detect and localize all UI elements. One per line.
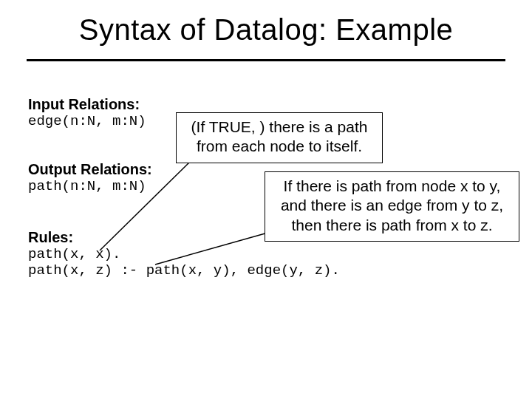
input-relations-block: Input Relations: edge(n:N, m:N) (28, 96, 146, 129)
slide-title: Syntax of Datalog: Example (0, 13, 532, 47)
slide: Syntax of Datalog: Example Input Relatio… (0, 0, 532, 399)
output-heading: Output Relations: (28, 161, 152, 178)
callout-transitive: If there is path from node x to y, and t… (265, 171, 519, 242)
input-code: edge(n:N, m:N) (28, 113, 146, 129)
output-relations-block: Output Relations: path(n:N, m:N) (28, 161, 152, 194)
title-underline (27, 59, 505, 61)
input-heading: Input Relations: (28, 96, 146, 113)
rules-code: path(x, x). path(x, z) :- path(x, y), ed… (28, 246, 340, 279)
callout-self-path: (If TRUE, ) there is a path from each no… (176, 112, 383, 163)
output-code: path(n:N, m:N) (28, 178, 152, 194)
